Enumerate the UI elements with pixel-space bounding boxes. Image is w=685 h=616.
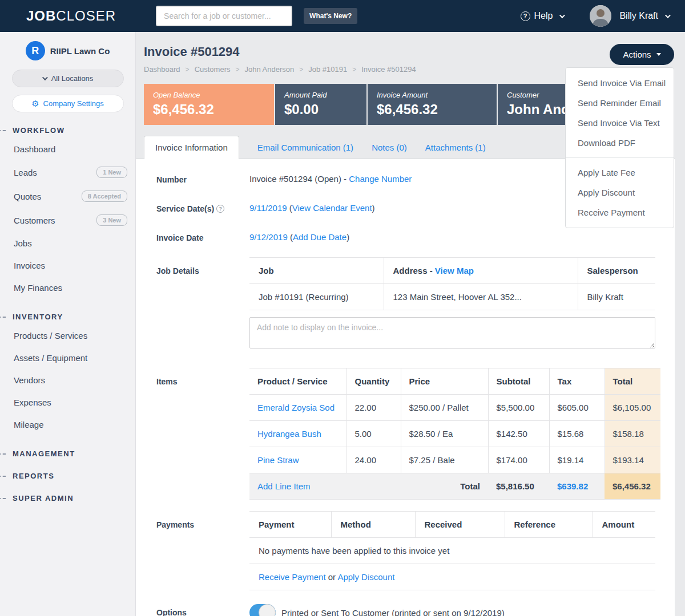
invoice-date-link[interactable]: 9/12/2019: [249, 232, 288, 242]
quantity-cell: 22.00: [346, 395, 401, 421]
sidebar-section-super-admin[interactable]: SUPER ADMIN: [0, 494, 135, 502]
leads-badge: 1 New: [96, 167, 127, 178]
number-label: Number: [156, 174, 249, 184]
chevron-down-icon[interactable]: [665, 13, 671, 18]
table-row: Hydrangea Bush 5.00 $28.50 / Ea $142.50 …: [249, 421, 660, 447]
sidebar-item-dashboard[interactable]: Dashboard: [0, 138, 135, 160]
menu-item-send-reminder-email[interactable]: Send Reminder Email: [566, 93, 674, 113]
menu-item-send-invoice-text[interactable]: Send Invoice Via Text: [566, 113, 674, 133]
sidebar-item-assets-equipment[interactable]: Assets / Equipment: [0, 347, 135, 369]
subtotal-cell: $5,500.00: [488, 395, 549, 421]
section-label: MANAGEMENT: [13, 449, 75, 458]
footer-subtotal: $5,816.50: [488, 473, 549, 500]
invoice-amount-card: Invoice Amount $6,456.32: [368, 84, 497, 125]
sidebar-item-customers[interactable]: Customers3 New: [0, 208, 135, 232]
sidebar-item-label: My Finances: [14, 283, 62, 293]
sidebar-item-quotes[interactable]: Quotes8 Accepted: [0, 184, 135, 208]
table-row: Emerald Zoysia Sod 22.00 $250.00 / Palle…: [249, 395, 660, 421]
sidebar-section-reports[interactable]: REPORTS: [0, 472, 135, 480]
all-locations-dropdown[interactable]: All Locations: [12, 70, 124, 87]
apply-discount-link[interactable]: Apply Discount: [337, 572, 394, 582]
change-number-link[interactable]: Change Number: [349, 174, 412, 184]
item-link-pine-straw[interactable]: Pine Straw: [257, 455, 299, 465]
search-input[interactable]: [156, 6, 292, 26]
reference-header: Reference: [505, 512, 593, 538]
menu-item-apply-discount[interactable]: Apply Discount: [566, 183, 674, 202]
actions-button[interactable]: Actions: [610, 44, 674, 65]
tax-header: Tax: [549, 368, 605, 395]
sidebar-section-workflow[interactable]: WORKFLOW: [0, 126, 135, 135]
item-link-emerald-zoysia-sod[interactable]: Emerald Zoysia Sod: [257, 403, 335, 412]
table-row: No payments have been applied to this in…: [249, 538, 655, 564]
address-column-header: Address - View Map: [384, 258, 578, 284]
tax-cell: $19.14: [549, 447, 605, 473]
sidebar-section-management[interactable]: MANAGEMENT: [0, 449, 135, 458]
tax-cell: $605.00: [549, 395, 605, 421]
sidebar-item-mileage[interactable]: Mileage: [0, 414, 135, 436]
sidebar-item-vendors[interactable]: Vendors: [0, 369, 135, 391]
sidebar-item-label: Quotes: [14, 192, 41, 201]
printed-sent-toggle[interactable]: [249, 604, 276, 616]
breadcrumb-separator: >: [299, 66, 303, 74]
add-line-item-link[interactable]: Add Line Item: [257, 481, 311, 491]
logo-bold: JOB: [26, 8, 56, 23]
tab-invoice-information[interactable]: Invoice Information: [144, 136, 239, 159]
user-avatar[interactable]: [590, 5, 611, 27]
view-calendar-event-link[interactable]: View Calendar Event: [292, 203, 372, 213]
view-map-link[interactable]: View Map: [435, 266, 474, 275]
breadcrumb-job[interactable]: Job #10191: [308, 65, 347, 74]
footer-tax-link[interactable]: $639.82: [549, 473, 605, 500]
section-label: SUPER ADMIN: [13, 494, 74, 502]
menu-item-receive-payment[interactable]: Receive Payment: [566, 202, 674, 222]
company-settings-button[interactable]: ⚙ Company Settings: [12, 95, 124, 112]
service-date-link[interactable]: 9/11/2019: [249, 203, 287, 213]
price-cell: $28.50 / Ea: [401, 421, 488, 447]
add-due-date-link[interactable]: Add Due Date: [293, 232, 346, 242]
job-column-header: Job: [249, 258, 384, 284]
no-payments-message: No payments have been applied to this in…: [249, 538, 655, 564]
breadcrumb-john-anderson[interactable]: John Anderson: [245, 65, 295, 74]
help-circle-icon[interactable]: ?: [216, 205, 224, 213]
method-header: Method: [331, 512, 415, 538]
tab-attachments[interactable]: Attachments (1): [425, 143, 486, 159]
customers-badge: 3 New: [96, 214, 127, 226]
sidebar-item-expenses[interactable]: Expenses: [0, 391, 135, 414]
help-menu[interactable]: ? Help: [521, 11, 564, 21]
gear-icon: ⚙: [31, 99, 39, 109]
section-label: INVENTORY: [13, 313, 63, 321]
top-navbar: JOBCLOSER What's New? ? Help Billy Kraft: [0, 0, 685, 32]
quantity-cell: 5.00: [346, 421, 401, 447]
tab-notes[interactable]: Notes (0): [372, 143, 407, 159]
sidebar-item-leads[interactable]: Leads1 New: [0, 160, 135, 184]
item-link-hydrangea-bush[interactable]: Hydrangea Bush: [257, 429, 321, 439]
breadcrumb-customers[interactable]: Customers: [195, 65, 231, 74]
payment-header: Payment: [249, 512, 331, 538]
menu-item-send-invoice-email[interactable]: Send Invoice Via Email: [566, 73, 674, 93]
whats-new-button[interactable]: What's New?: [304, 8, 357, 24]
breadcrumb-invoice[interactable]: Invoice #501294: [361, 65, 416, 74]
company-settings-label: Company Settings: [43, 99, 104, 108]
breadcrumb-dashboard[interactable]: Dashboard: [144, 65, 180, 74]
sidebar-item-jobs[interactable]: Jobs: [0, 232, 135, 254]
sidebar-item-products-services[interactable]: Products / Services: [0, 325, 135, 347]
menu-item-apply-late-fee[interactable]: Apply Late Fee: [566, 163, 674, 183]
tab-email-communication[interactable]: Email Communication (1): [257, 143, 353, 159]
price-cell: $250.00 / Pallet: [401, 395, 488, 421]
dashes-icon: [0, 476, 6, 477]
sidebar-item-invoices[interactable]: Invoices: [0, 254, 135, 277]
total-cell: $6,105.00: [605, 395, 660, 421]
number-value: Invoice #501294 (Open) -: [249, 174, 349, 184]
receive-payment-link[interactable]: Receive Payment: [259, 572, 326, 582]
sidebar-item-my-finances[interactable]: My Finances: [0, 277, 135, 299]
address-cell: 123 Main Street, Hoover AL 352...: [384, 284, 578, 310]
user-name[interactable]: Billy Kraft: [619, 11, 658, 21]
sidebar-item-label: Jobs: [14, 238, 32, 248]
total-cell: $158.18: [605, 421, 660, 447]
sidebar-item-label: Vendors: [14, 375, 45, 385]
menu-item-download-pdf[interactable]: Download PDF: [566, 133, 674, 153]
address-header-text: Address -: [393, 266, 435, 275]
card-value: $6,456.32: [153, 102, 265, 117]
sidebar-section-inventory[interactable]: INVENTORY: [0, 313, 135, 321]
invoice-note-input[interactable]: [249, 317, 655, 348]
quantity-cell: 24.00: [346, 447, 401, 473]
